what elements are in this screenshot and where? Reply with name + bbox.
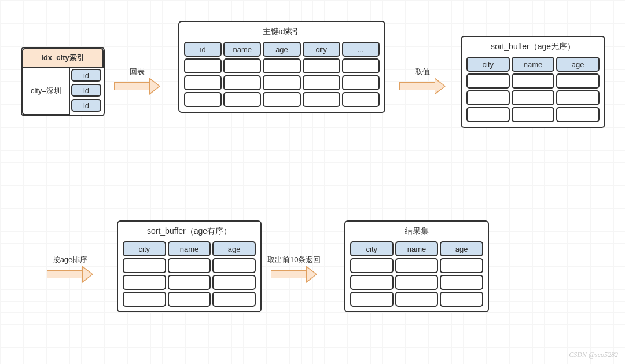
- arrow-icon: [47, 267, 93, 281]
- arrow-label: 取值: [415, 67, 430, 77]
- result-header: name: [395, 241, 439, 256]
- arrow-icon: [399, 79, 446, 93]
- arrow-fetch: 取值: [399, 67, 446, 93]
- pk-cell: [223, 75, 261, 90]
- sb-cell: [512, 107, 555, 122]
- sbo-cell: [123, 258, 166, 273]
- pk-header: age: [263, 42, 300, 57]
- idx-city-title: idx_city索引: [22, 48, 104, 68]
- sbo-cell: [168, 275, 211, 290]
- sbo-header: name: [168, 241, 211, 256]
- sb-cell: [466, 90, 510, 105]
- sb-cell: [512, 73, 555, 89]
- pk-cell: [303, 92, 340, 107]
- sb-cell: [466, 107, 510, 122]
- sbo-cell: [212, 292, 256, 307]
- arrow-limit: 取出前10条返回: [267, 255, 321, 281]
- arrow-icon: [114, 79, 160, 93]
- result-header: age: [440, 241, 483, 256]
- sbo-cell: [123, 292, 166, 307]
- pk-cell: [342, 75, 380, 90]
- pk-cell: [223, 92, 261, 107]
- sort-buffer-ordered-title: sort_buffer（age有序）: [123, 226, 256, 237]
- result-cell: [395, 275, 439, 290]
- pk-header: id: [184, 42, 222, 57]
- result-box: 结果集 city name age: [344, 220, 489, 312]
- pk-cell: [184, 58, 222, 73]
- result-cell: [395, 292, 439, 307]
- pk-cell: [223, 58, 261, 73]
- idx-city-box: idx_city索引 city=深圳 id id id: [21, 47, 105, 116]
- pk-index-box: 主键id索引 id name age city ...: [178, 21, 385, 113]
- result-cell: [440, 258, 483, 273]
- pk-header: ...: [342, 42, 380, 57]
- result-cell: [350, 275, 394, 290]
- sb-header: city: [466, 57, 510, 72]
- pk-cell: [263, 75, 300, 90]
- sb-cell: [556, 107, 600, 122]
- pk-header: name: [223, 42, 261, 57]
- arrow-label: 取出前10条返回: [267, 255, 321, 265]
- arrow-icon: [271, 267, 317, 281]
- arrow-sort: 按age排序: [47, 255, 93, 281]
- sbo-header: city: [123, 241, 166, 256]
- arrow-lookup: 回表: [114, 67, 160, 93]
- sbo-cell: [212, 275, 256, 290]
- sbo-cell: [123, 275, 166, 290]
- result-header: city: [350, 241, 394, 256]
- pk-cell: [184, 75, 222, 90]
- idx-condition-cell: city=深圳: [22, 68, 70, 115]
- sbo-cell: [212, 258, 256, 273]
- sort-buffer-unordered-box: sort_buffer（age无序） city name age: [461, 36, 605, 128]
- result-cell: [350, 292, 394, 307]
- sb-cell: [466, 73, 510, 89]
- result-cell: [350, 258, 394, 273]
- pk-header: city: [303, 42, 340, 57]
- pk-cell: [184, 92, 222, 107]
- pk-cell: [342, 58, 380, 73]
- sbo-cell: [168, 258, 211, 273]
- sb-header: name: [512, 57, 555, 72]
- sbo-header: age: [212, 241, 256, 256]
- result-cell: [440, 292, 483, 307]
- result-cell: [395, 258, 439, 273]
- sort-buffer-unordered-title: sort_buffer（age无序）: [466, 42, 600, 52]
- arrow-label: 回表: [130, 67, 145, 77]
- pk-cell: [263, 92, 300, 107]
- sb-cell: [556, 73, 600, 89]
- idx-id-cell: id: [71, 69, 101, 82]
- pk-cell: [263, 58, 300, 73]
- idx-id-cell: id: [71, 99, 101, 112]
- sort-buffer-ordered-box: sort_buffer（age有序） city name age: [117, 220, 262, 312]
- result-cell: [440, 275, 483, 290]
- pk-cell: [342, 92, 380, 107]
- pk-cell: [303, 75, 340, 90]
- sbo-cell: [168, 292, 211, 307]
- pk-title: 主键id索引: [184, 27, 380, 37]
- sb-cell: [512, 90, 555, 105]
- arrow-label: 按age排序: [53, 255, 88, 265]
- result-title: 结果集: [350, 226, 483, 237]
- sb-cell: [556, 90, 600, 105]
- idx-id-cell: id: [71, 84, 101, 97]
- watermark: CSDN @sco5282: [569, 351, 618, 359]
- pk-cell: [303, 58, 340, 73]
- sb-header: age: [556, 57, 600, 72]
